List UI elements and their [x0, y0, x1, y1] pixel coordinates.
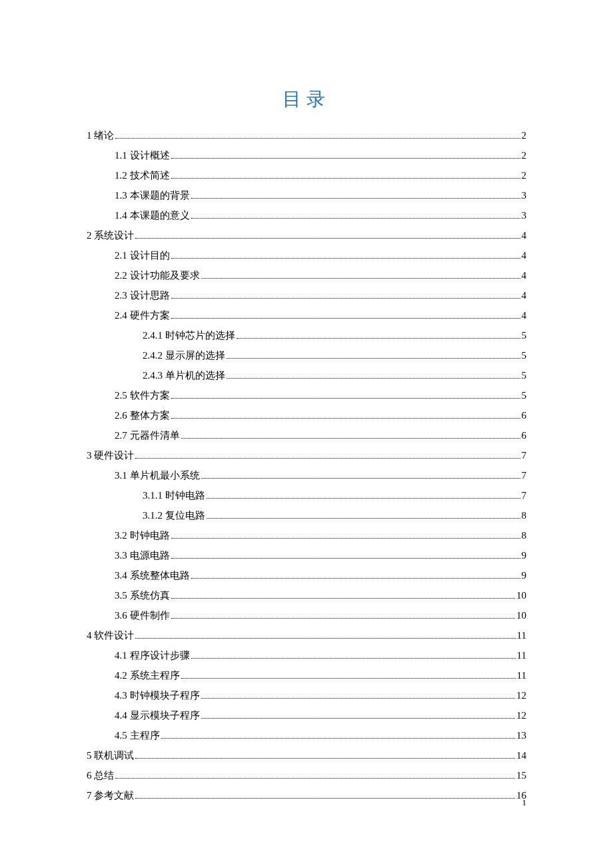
toc-page-number: 10 — [516, 585, 526, 605]
toc-leader — [171, 178, 520, 179]
page-number: 1 — [522, 797, 527, 808]
toc-page-number: 12 — [516, 705, 526, 725]
toc-label: 3.1 单片机最小系统 — [115, 465, 200, 485]
toc-label: 4.5 主程序 — [115, 725, 160, 745]
toc-entry[interactable]: 4.4 显示模块子程序12 — [115, 705, 526, 725]
toc-entry[interactable]: 2.2 设计功能及要求4 — [115, 265, 526, 285]
toc-page-number: 6 — [522, 405, 527, 425]
toc-label: 2.3 设计思路 — [115, 285, 170, 305]
table-of-contents: 1 绪论21.1 设计概述21.2 技术简述21.3 本课题的背景31.4 本课… — [87, 125, 526, 805]
toc-page-number: 5 — [522, 325, 527, 345]
toc-page-number: 7 — [522, 445, 527, 465]
toc-leader — [207, 518, 520, 519]
toc-page-number: 3 — [522, 205, 527, 225]
toc-leader — [227, 378, 520, 379]
toc-page-number: 7 — [522, 485, 527, 505]
toc-label: 1.3 本课题的背景 — [115, 185, 190, 205]
toc-entry[interactable]: 3.2 时钟电路8 — [115, 525, 526, 545]
toc-label: 3.5 系统仿真 — [115, 585, 170, 605]
toc-entry[interactable]: 5 联机调试14 — [87, 745, 526, 765]
toc-page-number: 5 — [522, 385, 527, 405]
toc-leader — [171, 598, 516, 599]
toc-entry[interactable]: 4 软件设计11 — [87, 625, 526, 645]
toc-entry[interactable]: 3.1 单片机最小系统7 — [115, 465, 526, 485]
toc-entry[interactable]: 3.5 系统仿真10 — [115, 585, 526, 605]
toc-page-number: 11 — [517, 665, 526, 685]
toc-entry[interactable]: 2.4.1 时钟芯片的选择5 — [143, 325, 526, 345]
toc-entry[interactable]: 4.2 系统主程序11 — [115, 665, 526, 685]
toc-entry[interactable]: 2 系统设计4 — [87, 225, 526, 245]
toc-entry[interactable]: 2.4.2 显示屏的选择5 — [143, 345, 526, 365]
toc-leader — [171, 158, 520, 159]
toc-label: 3.6 硬件制作 — [115, 605, 170, 625]
toc-page-number: 3 — [522, 185, 527, 205]
toc-label: 3 硬件设计 — [87, 445, 134, 465]
toc-label: 2.1 设计目的 — [115, 245, 170, 265]
toc-leader — [171, 418, 520, 419]
toc-leader — [171, 558, 520, 559]
toc-entry[interactable]: 2.1 设计目的4 — [115, 245, 526, 265]
toc-entry[interactable]: 2.7 元器件清单6 — [115, 425, 526, 445]
toc-leader — [171, 298, 520, 299]
toc-entry[interactable]: 1.3 本课题的背景3 — [115, 185, 526, 205]
toc-entry[interactable]: 3.6 硬件制作10 — [115, 605, 526, 625]
toc-entry[interactable]: 3.1.2 复位电路8 — [143, 505, 526, 525]
toc-page-number: 9 — [522, 545, 527, 565]
toc-leader — [201, 278, 520, 279]
toc-leader — [201, 698, 516, 699]
toc-entry[interactable]: 6 总结15 — [87, 765, 526, 785]
toc-leader — [171, 398, 520, 399]
toc-page-number: 2 — [522, 145, 527, 165]
toc-entry[interactable]: 1.4 本课题的意义3 — [115, 205, 526, 225]
toc-leader — [171, 618, 516, 619]
toc-leader — [135, 238, 520, 239]
toc-entry[interactable]: 2.3 设计思路4 — [115, 285, 526, 305]
toc-label: 7 参考文献 — [87, 785, 134, 805]
toc-entry[interactable]: 2.5 软件方案5 — [115, 385, 526, 405]
toc-entry[interactable]: 1 绪论2 — [87, 125, 526, 145]
toc-label: 2.4.3 单片机的选择 — [143, 365, 225, 385]
toc-entry[interactable]: 1.2 技术简述2 — [115, 165, 526, 185]
toc-label: 1.1 设计概述 — [115, 145, 170, 165]
toc-entry[interactable]: 3 硬件设计7 — [87, 445, 526, 465]
toc-leader — [201, 718, 516, 719]
toc-entry[interactable]: 7 参考文献16 — [87, 785, 526, 805]
toc-label: 3.1.2 复位电路 — [143, 505, 205, 525]
toc-label: 1 绪论 — [87, 125, 114, 145]
toc-entry[interactable]: 1.1 设计概述2 — [115, 145, 526, 165]
toc-label: 5 联机调试 — [87, 745, 134, 765]
toc-label: 4.1 程序设计步骤 — [115, 645, 190, 665]
toc-label: 4 软件设计 — [87, 625, 134, 645]
toc-label: 1.2 技术简述 — [115, 165, 170, 185]
toc-entry[interactable]: 3.1.1 时钟电路7 — [143, 485, 526, 505]
toc-leader — [191, 218, 520, 219]
toc-page-number: 4 — [522, 305, 527, 325]
toc-page-number: 2 — [522, 125, 527, 145]
toc-leader — [161, 738, 516, 739]
toc-title: 目录 — [87, 87, 526, 112]
toc-entry[interactable]: 3.4 系统整体电路9 — [115, 565, 526, 585]
toc-entry[interactable]: 2.4.3 单片机的选择5 — [143, 365, 526, 385]
toc-label: 2.7 元器件清单 — [115, 425, 180, 445]
toc-entry[interactable]: 4.5 主程序13 — [115, 725, 526, 745]
toc-entry[interactable]: 2.4 硬件方案4 — [115, 305, 526, 325]
toc-entry[interactable]: 3.3 电源电路9 — [115, 545, 526, 565]
toc-page-number: 11 — [517, 625, 526, 645]
toc-entry[interactable]: 4.3 时钟模块子程序12 — [115, 685, 526, 705]
toc-entry[interactable]: 2.6 整体方案6 — [115, 405, 526, 425]
toc-label: 1.4 本课题的意义 — [115, 205, 190, 225]
toc-leader — [135, 458, 520, 459]
toc-page-number: 14 — [516, 745, 526, 765]
toc-page-number: 13 — [516, 725, 526, 745]
toc-leader — [191, 658, 516, 659]
toc-entry[interactable]: 4.1 程序设计步骤11 — [115, 645, 526, 665]
toc-label: 3.3 电源电路 — [115, 545, 170, 565]
toc-label: 2.4.1 时钟芯片的选择 — [143, 325, 235, 345]
toc-page-number: 12 — [516, 685, 526, 705]
toc-page-number: 2 — [522, 165, 527, 185]
toc-leader — [191, 198, 520, 199]
toc-leader — [227, 358, 520, 359]
toc-page-number: 4 — [522, 265, 527, 285]
toc-label: 2 系统设计 — [87, 225, 134, 245]
toc-label: 4.3 时钟模块子程序 — [115, 685, 200, 705]
